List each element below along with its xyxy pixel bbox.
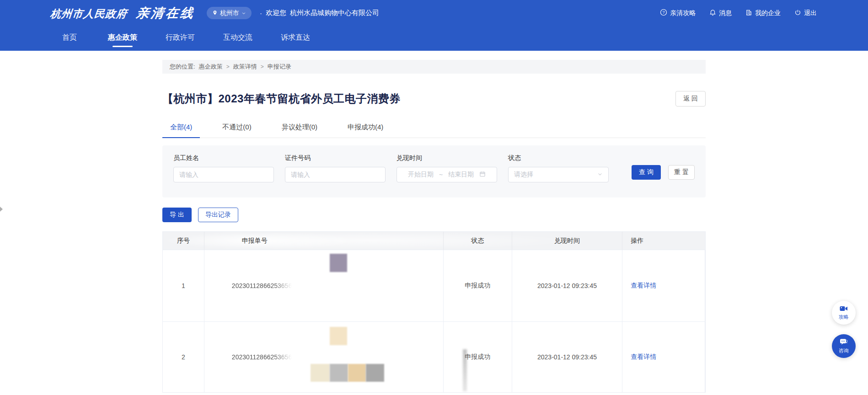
search-button[interactable]: 查 询 [632, 165, 661, 180]
guide-link-label: 亲清攻略 [670, 9, 696, 17]
company-name: 杭州水晶城购物中心有限公司 [290, 9, 379, 17]
redaction-block [348, 364, 366, 382]
status-select-placeholder: 请选择 [514, 171, 533, 179]
redeem-time-label: 兑现时间 [396, 154, 497, 162]
header-top-row: 杭州市人民政府 亲清在线 杭州市 · 欢迎您 杭州水晶城购物中心有限公司 ? 亲… [0, 0, 868, 26]
chat-bubble-icon [840, 338, 848, 347]
cell-action: 查看详情 [622, 250, 705, 321]
logo-government-text: 杭州市人民政府 [49, 7, 128, 21]
main-navigation: 首页 惠企政策 行政许可 互动交流 诉求直达 [0, 26, 868, 51]
col-header-index: 序号 [163, 232, 204, 250]
redaction-block [330, 254, 347, 272]
video-camera-icon [840, 305, 848, 313]
floating-guide-label: 攻略 [839, 314, 849, 320]
tab-dispute[interactable]: 异议处理(0) [274, 123, 325, 138]
cell-index: 1 [163, 250, 204, 321]
logo-brand-text: 亲清在线 [135, 5, 196, 22]
redaction-block [366, 364, 384, 382]
nav-item-enterprise-policy[interactable]: 惠企政策 [108, 30, 137, 47]
date-range-separator: ~ [439, 171, 443, 178]
welcome-bullet: · [260, 9, 262, 17]
chevron-down-icon [241, 10, 246, 17]
export-log-button[interactable]: 导出记录 [198, 208, 238, 222]
breadcrumb: 您的位置: 惠企政策 > 政策详情 > 申报记录 [162, 60, 706, 74]
id-number-field-group: 证件号码 [285, 154, 386, 182]
site-logo: 杭州市人民政府 亲清在线 [50, 5, 195, 22]
redaction-block [330, 364, 348, 382]
nav-policy-label: 惠企政策 [108, 33, 137, 41]
floating-guide-button[interactable]: 攻略 [832, 301, 856, 325]
col-header-time: 兑现时间 [512, 232, 623, 250]
my-enterprise-link-label: 我的企业 [755, 9, 781, 17]
cell-order-no: 20230112866253656 [204, 250, 444, 321]
redaction-block [330, 327, 347, 345]
breadcrumb-separator: > [261, 64, 264, 70]
bell-icon [709, 9, 716, 17]
col-header-order-no: 申报单号 [204, 232, 444, 250]
site-header: 杭州市人民政府 亲清在线 杭州市 · 欢迎您 杭州水晶城购物中心有限公司 ? 亲… [0, 0, 868, 51]
nav-item-appeal[interactable]: 诉求直达 [281, 30, 310, 47]
breadcrumb-separator: > [226, 64, 230, 70]
end-date-placeholder: 结束日期 [448, 171, 474, 179]
view-detail-link[interactable]: 查看详情 [631, 282, 656, 290]
employee-name-input[interactable] [173, 167, 274, 182]
cell-status: 申报成功 [444, 250, 512, 321]
back-button[interactable]: 返 回 [675, 91, 706, 107]
logout-link-label: 退出 [804, 9, 817, 17]
table-row: 1 20230112866253656 申报成功 2023-01-12 09:2… [163, 250, 705, 322]
tab-rejected[interactable]: 不通过(0) [214, 123, 259, 138]
svg-text:?: ? [662, 10, 664, 15]
messages-link-label: 消息 [719, 9, 732, 17]
page-content: 您的位置: 惠企政策 > 政策详情 > 申报记录 【杭州市】2023年春节留杭省… [162, 60, 706, 393]
view-detail-link[interactable]: 查看详情 [631, 353, 656, 361]
logout-link[interactable]: 退出 [794, 9, 817, 17]
tab-success[interactable]: 申报成功(4) [340, 123, 391, 138]
employee-name-field-group: 员工姓名 [173, 154, 274, 182]
map-pin-icon [212, 10, 218, 17]
export-button[interactable]: 导 出 [162, 208, 192, 222]
title-row: 【杭州市】2023年春节留杭省外员工电子消费券 返 回 [162, 91, 706, 107]
cell-time: 2023-01-12 09:23:45 [512, 322, 623, 392]
nav-item-administrative-license[interactable]: 行政许可 [166, 30, 195, 47]
status-label: 状态 [508, 154, 609, 162]
records-table: 序号 申报单号 状态 兑现时间 操作 1 20230112866253656 申… [162, 231, 706, 393]
table-row: 2 20230112866253656 申报成功 2023-01-12 09:2… [163, 322, 705, 393]
breadcrumb-item-policy[interactable]: 惠企政策 [199, 63, 223, 71]
reset-button[interactable]: 重 置 [668, 165, 695, 180]
col-header-action: 操作 [622, 232, 705, 250]
redaction-block [311, 364, 330, 382]
tab-all[interactable]: 全部(4) [162, 123, 200, 138]
redeem-time-field-group: 兑现时间 开始日期 ~ 结束日期 [396, 154, 497, 182]
breadcrumb-item-policy-detail[interactable]: 政策详情 [233, 63, 257, 71]
calendar-icon [479, 171, 486, 179]
cell-index: 2 [163, 322, 204, 392]
question-circle-icon: ? [660, 9, 667, 17]
col-header-status: 状态 [444, 232, 512, 250]
id-number-input[interactable] [285, 167, 386, 182]
status-select[interactable]: 请选择 [508, 167, 609, 182]
messages-link[interactable]: 消息 [709, 9, 732, 17]
my-enterprise-link[interactable]: 我的企业 [745, 9, 781, 17]
floating-consult-label: 咨询 [839, 347, 849, 354]
breadcrumb-item-current: 申报记录 [268, 63, 291, 71]
header-utility-links: ? 亲清攻略 消息 我的企业 退出 [660, 9, 817, 17]
export-toolbar: 导 出 导出记录 [162, 208, 706, 222]
nav-item-home[interactable]: 首页 [59, 30, 80, 47]
cell-time: 2023-01-12 09:23:45 [512, 250, 623, 321]
building-icon [745, 9, 752, 17]
power-icon [794, 9, 801, 17]
city-selector[interactable]: 杭州市 [207, 7, 252, 19]
nav-license-label: 行政许可 [166, 33, 195, 41]
status-field-group: 状态 请选择 [508, 154, 609, 182]
cell-action: 查看详情 [622, 322, 705, 392]
nav-item-interaction[interactable]: 互动交流 [223, 30, 252, 47]
date-range-picker[interactable]: 开始日期 ~ 结束日期 [396, 167, 497, 182]
filter-buttons: 查 询 重 置 [632, 165, 695, 180]
chevron-down-icon [597, 171, 603, 178]
guide-link[interactable]: ? 亲清攻略 [660, 9, 696, 17]
start-date-placeholder: 开始日期 [408, 171, 434, 179]
status-tabs: 全部(4) 不通过(0) 异议处理(0) 申报成功(4) [162, 123, 706, 138]
nav-appeal-label: 诉求直达 [281, 33, 310, 41]
page-title: 【杭州市】2023年春节留杭省外员工电子消费券 [162, 91, 401, 106]
floating-consult-button[interactable]: 咨询 [832, 334, 856, 358]
